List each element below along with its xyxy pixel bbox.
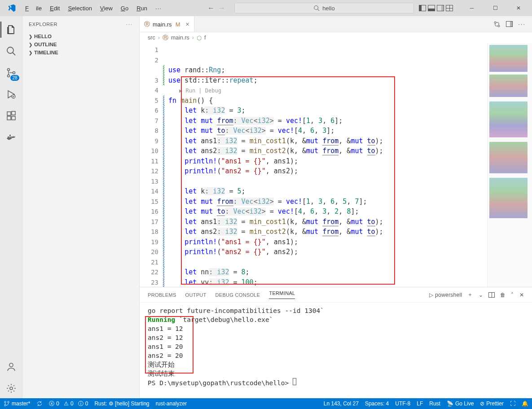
svg-rect-8 <box>7 112 11 115</box>
svg-rect-14 <box>11 136 13 138</box>
svg-point-16 <box>9 363 13 367</box>
toggle-secondary-icon[interactable] <box>437 5 444 11</box>
status-lang[interactable]: Rust <box>429 400 440 407</box>
panel-maximize-icon[interactable]: ˄ <box>511 292 514 298</box>
svg-point-0 <box>314 6 318 10</box>
explorer-more-icon[interactable]: ··· <box>126 22 133 27</box>
svg-rect-9 <box>7 116 11 120</box>
code-content[interactable]: use rand::Rng;use std::iter::repeat;▶ Ru… <box>163 43 487 287</box>
panel-tab-output[interactable]: OUTPUT <box>185 292 207 298</box>
editor-group: Ⓡ main.rs M × ··· src› Ⓡmain.rs› ⬡f 1234… <box>140 16 532 398</box>
activity-search[interactable] <box>0 41 22 61</box>
activity-settings[interactable] <box>0 378 22 398</box>
activity-docker[interactable] <box>0 128 22 147</box>
tab-modified-indicator: M <box>176 21 180 28</box>
status-rust-analyzer-status[interactable]: Rust: ⚙ [hello] Starting <box>94 400 149 407</box>
line-gutter: 1234567891011121314151617181920212223 <box>140 43 163 287</box>
status-golive[interactable]: 📡 Go Live <box>447 400 474 407</box>
layout-controls <box>419 5 453 11</box>
menu-file[interactable]: File <box>22 3 45 13</box>
activity-explorer[interactable] <box>0 20 22 40</box>
menu-edit[interactable]: Edit <box>46 3 63 13</box>
status-feedback-icon[interactable]: ⛶ <box>510 400 515 407</box>
section-timeline[interactable]: ❯TIMELINE <box>22 48 139 57</box>
activity-account[interactable] <box>0 357 22 377</box>
svg-rect-13 <box>9 136 11 138</box>
window-maximize[interactable]: ☐ <box>485 1 505 15</box>
terminal-dropdown-icon[interactable]: ⌄ <box>479 292 483 298</box>
vscode-logo-icon <box>7 4 16 13</box>
svg-point-21 <box>4 405 6 406</box>
breadcrumb[interactable]: src› Ⓡmain.rs› ⬡f <box>140 32 532 43</box>
status-problems[interactable]: ⓧ 0 ⚠ 0 ⓘ 0 <box>49 400 88 408</box>
terminal-content[interactable]: go report future-incompatibilities --id … <box>140 303 532 398</box>
tab-bar: Ⓡ main.rs M × ··· <box>140 16 532 32</box>
nav-arrows: ← → <box>207 4 225 12</box>
svg-point-22 <box>8 401 9 403</box>
svg-point-17 <box>10 387 13 390</box>
menu-more[interactable]: ··· <box>152 3 165 13</box>
status-bar: master* ⓧ 0 ⚠ 0 ⓘ 0 Rust: ⚙ [hello] Star… <box>0 398 532 409</box>
menu-view[interactable]: View <box>97 3 116 13</box>
toggle-panel-icon[interactable] <box>428 5 435 11</box>
window-close[interactable]: ✕ <box>509 1 528 15</box>
activity-scm[interactable]: 28 <box>0 63 22 83</box>
activity-bar: 28 <box>0 16 22 398</box>
menu-selection[interactable]: Selection <box>64 3 95 13</box>
svg-rect-15 <box>9 135 11 136</box>
status-branch[interactable]: master* <box>4 400 30 407</box>
split-terminal-icon[interactable] <box>488 292 495 298</box>
panel-tab-problems[interactable]: PROBLEMS <box>148 292 176 298</box>
tab-filename: main.rs <box>153 21 172 28</box>
svg-point-4 <box>7 69 9 71</box>
status-bell-icon[interactable]: 🔔 <box>522 400 528 407</box>
svg-point-6 <box>13 72 15 74</box>
activity-debug[interactable] <box>0 84 22 104</box>
svg-point-5 <box>7 75 9 77</box>
status-encoding[interactable]: UTF-8 <box>395 400 410 407</box>
sidebar: EXPLORER ··· ❯HELLO ❯OUTLINE ❯TIMELINE <box>22 16 140 398</box>
customize-layout-icon[interactable] <box>446 5 453 11</box>
svg-line-3 <box>13 53 15 55</box>
menu-go[interactable]: Go <box>117 3 132 13</box>
nav-forward-icon[interactable]: → <box>218 4 225 12</box>
section-hello[interactable]: ❯HELLO <box>22 32 139 40</box>
tab-main-rs[interactable]: Ⓡ main.rs M × <box>140 16 194 32</box>
window-minimize[interactable]: ─ <box>462 1 482 15</box>
split-editor-icon[interactable] <box>506 21 513 27</box>
panel-tab-terminal[interactable]: TERMINAL <box>269 290 295 299</box>
command-center[interactable]: hello <box>234 3 414 13</box>
status-sync[interactable] <box>36 400 43 407</box>
title-bar: File Edit Selection View Go Run ··· ← → … <box>0 0 532 16</box>
status-prettier[interactable]: ⊘ Prettier <box>480 400 504 407</box>
search-text: hello <box>322 5 334 12</box>
explorer-title: EXPLORER <box>29 22 57 27</box>
menu-run[interactable]: Run <box>133 3 151 13</box>
status-cursor[interactable]: Ln 143, Col 27 <box>324 400 359 407</box>
menu-bar: File Edit Selection View Go Run ··· <box>22 3 165 13</box>
svg-rect-11 <box>12 111 15 115</box>
status-spaces[interactable]: Spaces: 4 <box>365 400 389 407</box>
status-eol[interactable]: LF <box>417 400 423 407</box>
nav-back-icon[interactable]: ← <box>207 4 215 12</box>
toggle-sidebar-icon[interactable] <box>419 5 426 11</box>
panel-close-icon[interactable]: ✕ <box>519 292 524 298</box>
status-rust-analyzer[interactable]: rust-analyzer <box>156 400 187 407</box>
svg-line-1 <box>318 9 320 11</box>
svg-point-19 <box>498 25 500 27</box>
terminal-profile-label[interactable]: ▷ powershell <box>429 292 462 298</box>
panel-tab-debug[interactable]: DEBUG CONSOLE <box>215 292 260 298</box>
compare-changes-icon[interactable] <box>493 21 501 28</box>
kill-terminal-icon[interactable]: 🗑 <box>500 292 506 298</box>
section-outline[interactable]: ❯OUTLINE <box>22 40 139 48</box>
svg-point-20 <box>4 401 6 403</box>
tab-more-icon[interactable]: ··· <box>518 21 526 27</box>
new-terminal-icon[interactable]: ＋ <box>467 291 473 299</box>
minimap[interactable] <box>487 43 532 287</box>
svg-rect-10 <box>12 116 15 120</box>
svg-point-2 <box>7 47 13 53</box>
tab-close-icon[interactable]: × <box>185 21 189 28</box>
code-editor[interactable]: 1234567891011121314151617181920212223 us… <box>140 43 532 287</box>
panel-tabs: PROBLEMS OUTPUT DEBUG CONSOLE TERMINAL ▷… <box>140 287 532 303</box>
activity-extensions[interactable] <box>0 106 22 126</box>
